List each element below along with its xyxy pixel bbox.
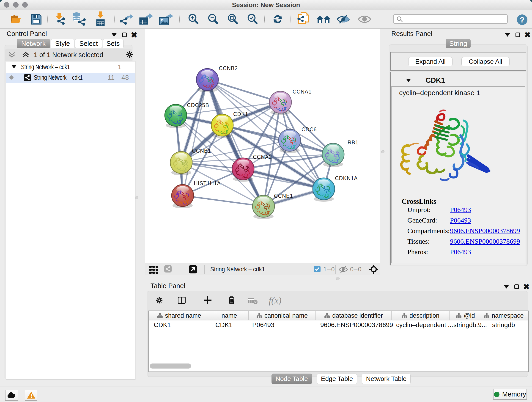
svg-text:HIST1H1A: HIST1H1A xyxy=(194,180,221,186)
svg-text:CDC6: CDC6 xyxy=(302,127,317,133)
svg-text:CDKN1A: CDKN1A xyxy=(335,175,358,181)
svg-text:CCNA1: CCNA1 xyxy=(293,89,312,95)
svg-text:CCNB1: CCNB1 xyxy=(192,148,211,154)
svg-text:CCNE1: CCNE1 xyxy=(274,193,293,199)
svg-text:CDC25B: CDC25B xyxy=(187,102,209,108)
svg-text:CCNB2: CCNB2 xyxy=(219,65,238,71)
svg-text:CDK1: CDK1 xyxy=(233,111,248,117)
svg-text:RB1: RB1 xyxy=(348,140,359,146)
svg-text:CCNA2: CCNA2 xyxy=(253,154,272,160)
